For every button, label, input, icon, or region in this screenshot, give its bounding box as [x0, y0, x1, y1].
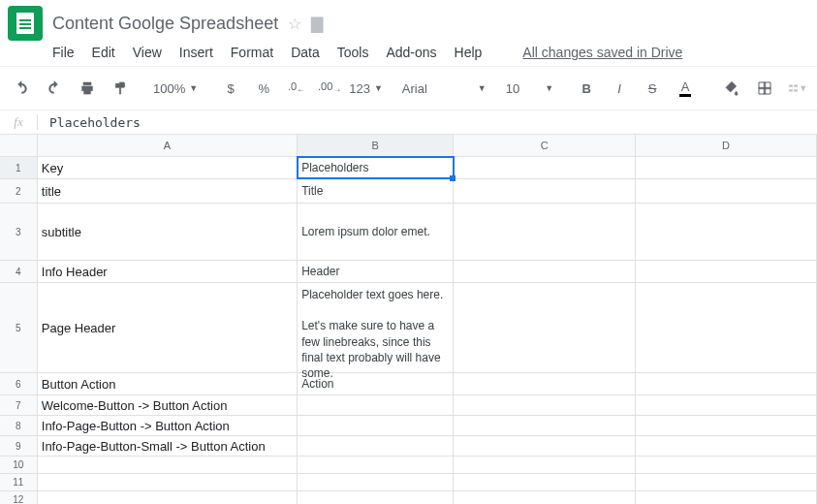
decrease-decimal-button[interactable]: .0←	[283, 77, 310, 100]
menu-addons[interactable]: Add-ons	[386, 45, 436, 60]
row-header[interactable]: 5	[0, 283, 38, 372]
row-header[interactable]: 12	[0, 491, 38, 504]
cell-D10[interactable]	[636, 457, 817, 473]
row-1: 1KeyPlaceholders	[0, 157, 817, 179]
cell-B4[interactable]: Header	[298, 261, 454, 282]
number-format-select[interactable]: 123▼	[349, 81, 383, 96]
cell-C3[interactable]	[454, 204, 636, 260]
col-header-A[interactable]: A	[38, 135, 298, 156]
row-header[interactable]: 1	[0, 157, 38, 178]
cell-C8[interactable]	[454, 416, 636, 435]
cell-D11[interactable]	[636, 474, 817, 490]
cell-B12[interactable]	[298, 491, 454, 504]
italic-button[interactable]: I	[606, 77, 633, 100]
borders-icon[interactable]	[751, 77, 778, 100]
cell-B5[interactable]: Placeholder text goes here. Let's make s…	[298, 283, 454, 372]
cell-B11[interactable]	[298, 474, 454, 490]
cell-B9[interactable]	[298, 436, 454, 456]
cell-A4[interactable]: Info Header	[38, 261, 298, 282]
menu-help[interactable]: Help	[455, 45, 483, 60]
menu-edit[interactable]: Edit	[92, 45, 115, 60]
zoom-select[interactable]: 100%▼	[153, 81, 198, 96]
cell-A5[interactable]: Page Header	[38, 283, 298, 372]
cell-A7[interactable]: Welcome-Button -> Button Action	[38, 395, 298, 415]
merge-cells-icon[interactable]: ▼	[784, 77, 811, 100]
cell-C5[interactable]	[454, 283, 636, 372]
cell-C2[interactable]	[454, 179, 636, 203]
bold-button[interactable]: B	[573, 77, 600, 100]
cell-C10[interactable]	[454, 457, 636, 473]
cell-A8[interactable]: Info-Page-Button -> Button Action	[38, 416, 298, 435]
font-family-select[interactable]: Arial▼	[402, 81, 487, 96]
select-all-corner[interactable]	[0, 135, 38, 156]
star-icon[interactable]: ☆	[288, 15, 301, 33]
currency-button[interactable]: $	[217, 77, 244, 100]
col-header-D[interactable]: D	[636, 135, 817, 156]
row-header[interactable]: 8	[0, 416, 38, 435]
strikethrough-button[interactable]: S	[639, 77, 666, 100]
cell-A12[interactable]	[38, 491, 298, 504]
cell-C11[interactable]	[454, 474, 636, 490]
sheets-logo-icon[interactable]	[8, 6, 43, 41]
row-header[interactable]: 7	[0, 395, 38, 415]
folder-icon[interactable]: ▇	[311, 15, 323, 33]
cell-D12[interactable]	[636, 491, 817, 504]
cell-D7[interactable]	[636, 395, 817, 415]
menu-insert[interactable]: Insert	[179, 45, 213, 60]
row-header[interactable]: 11	[0, 474, 38, 490]
text-color-button[interactable]: A	[672, 77, 699, 100]
cell-C12[interactable]	[454, 491, 636, 504]
percent-button[interactable]: %	[250, 77, 277, 100]
cell-A6[interactable]: Button Action	[38, 373, 298, 394]
cell-B7[interactable]	[298, 395, 454, 415]
menu-format[interactable]: Format	[231, 45, 273, 60]
cell-B6[interactable]: Action	[298, 373, 454, 394]
col-header-C[interactable]: C	[454, 135, 636, 156]
menu-file[interactable]: File	[52, 45, 75, 60]
cell-A1[interactable]: Key	[38, 157, 298, 178]
cell-A9[interactable]: Info-Page-Button-Small -> Button Action	[38, 436, 298, 456]
font-size-select[interactable]: 10▼	[506, 81, 553, 96]
increase-decimal-button[interactable]: .00→	[316, 77, 343, 100]
cell-A3[interactable]: subtitle	[38, 204, 298, 260]
cell-C1[interactable]	[454, 157, 636, 178]
cell-B2[interactable]: Title	[298, 179, 454, 203]
menu-view[interactable]: View	[133, 45, 162, 60]
cell-D6[interactable]	[636, 373, 817, 394]
cell-C9[interactable]	[454, 436, 636, 456]
redo-icon[interactable]	[41, 77, 68, 100]
cell-C7[interactable]	[454, 395, 636, 415]
row-header[interactable]: 9	[0, 436, 38, 456]
row-header[interactable]: 4	[0, 261, 38, 282]
cell-B1[interactable]: Placeholders	[298, 157, 454, 178]
row-header[interactable]: 2	[0, 179, 38, 203]
col-header-B[interactable]: B	[298, 135, 454, 156]
fill-color-icon[interactable]	[718, 77, 745, 100]
cell-C6[interactable]	[454, 373, 636, 394]
cell-A2[interactable]: title	[38, 179, 298, 203]
paint-format-icon[interactable]	[107, 77, 134, 100]
cell-D8[interactable]	[636, 416, 817, 435]
cell-A11[interactable]	[38, 474, 298, 490]
cell-B3[interactable]: Lorem ipsum dolor emet.	[298, 204, 454, 260]
menu-tools[interactable]: Tools	[337, 45, 369, 60]
cell-D9[interactable]	[636, 436, 817, 456]
row-header[interactable]: 6	[0, 373, 38, 394]
row-header[interactable]: 10	[0, 457, 38, 473]
cell-D1[interactable]	[636, 157, 817, 178]
formula-input[interactable]: Placeholders	[38, 115, 141, 130]
row-header[interactable]: 3	[0, 204, 38, 260]
print-icon[interactable]	[74, 77, 101, 100]
cell-A10[interactable]	[38, 457, 298, 473]
document-title[interactable]: Content Goolge Spreadsheet	[52, 14, 278, 34]
cell-B8[interactable]	[298, 416, 454, 435]
cell-B10[interactable]	[298, 457, 454, 473]
save-status[interactable]: All changes saved in Drive	[522, 45, 682, 60]
cell-D3[interactable]	[636, 204, 817, 260]
menu-data[interactable]: Data	[291, 45, 320, 60]
undo-icon[interactable]	[8, 77, 35, 100]
cell-D2[interactable]	[636, 179, 817, 203]
cell-C4[interactable]	[454, 261, 636, 282]
cell-D4[interactable]	[636, 261, 817, 282]
cell-D5[interactable]	[636, 283, 817, 372]
